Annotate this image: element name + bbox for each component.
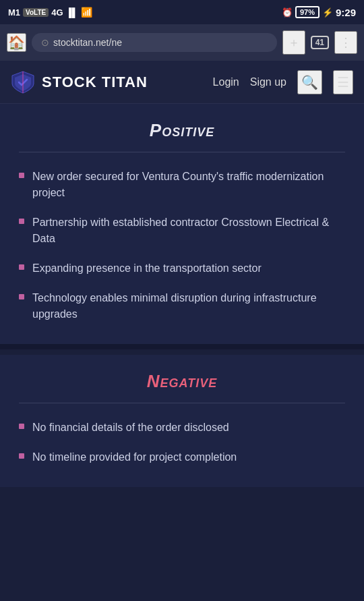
status-bar: M1 VoLTE 4G ▐▌ 📶 ⏰ 97% ⚡ 9:29: [0, 0, 364, 24]
url-text: stocktitan.net/ne: [53, 37, 122, 48]
logo-container: STOCK TITAN: [11, 70, 213, 94]
battery-percent: 97: [300, 8, 308, 16]
carrier-text: M1: [8, 7, 20, 18]
negative-item-1: No financial details of the order disclo…: [32, 420, 229, 436]
positive-item-4: Technology enables minimal disruption du…: [32, 290, 345, 322]
wifi-icon: 📶: [81, 7, 92, 18]
positive-divider: [19, 152, 345, 152]
section-gap: [0, 344, 364, 349]
bullet-marker: [19, 424, 24, 429]
status-left: M1 VoLTE 4G ▐▌ 📶: [8, 7, 92, 18]
hamburger-menu-button[interactable]: ☰: [333, 70, 353, 94]
browser-bar: 🏠 ⊙ stocktitan.net/ne ＋ 41 ⋮: [0, 24, 364, 61]
main-content: Positive New order secured for Ventura C…: [0, 104, 364, 487]
negative-divider: [19, 403, 345, 403]
logo-text: STOCK TITAN: [42, 74, 148, 91]
home-button[interactable]: 🏠: [7, 33, 26, 52]
url-bar[interactable]: ⊙ stocktitan.net/ne: [32, 33, 277, 52]
positive-bullet-list: New order secured for Ventura County's t…: [19, 169, 345, 322]
positive-section: Positive New order secured for Ventura C…: [0, 104, 364, 344]
logo-icon: [11, 70, 35, 94]
negative-title: Negative: [19, 371, 345, 392]
list-item: Partnership with established contractor …: [19, 214, 345, 247]
positive-item-2: Partnership with established contractor …: [32, 214, 345, 247]
bullet-marker: [19, 264, 24, 270]
signup-link[interactable]: Sign up: [250, 76, 286, 88]
nav-bar: STOCK TITAN Login Sign up 🔍 ☰: [0, 61, 364, 104]
time-display: 9:29: [336, 7, 356, 18]
bullet-marker: [19, 453, 24, 459]
negative-item-2: No timeline provided for project complet…: [32, 449, 237, 465]
network-badge: VoLTE: [23, 8, 49, 17]
tabs-count[interactable]: 41: [311, 36, 329, 49]
positive-item-1: New order secured for Ventura County's t…: [32, 169, 345, 201]
positive-title: Positive: [19, 120, 345, 141]
charging-icon: ⚡: [322, 7, 333, 18]
security-icon: ⊙: [41, 37, 49, 48]
login-link[interactable]: Login: [213, 76, 239, 88]
list-item: No financial details of the order disclo…: [19, 420, 345, 436]
list-item: Expanding presence in the transportation…: [19, 260, 345, 277]
nav-links: Login Sign up 🔍 ☰: [213, 70, 353, 94]
negative-bullet-list: No financial details of the order disclo…: [19, 420, 345, 465]
bullet-marker: [19, 173, 24, 178]
list-item: New order secured for Ventura County's t…: [19, 169, 345, 201]
alarm-icon: ⏰: [282, 7, 293, 18]
bullet-marker: [19, 219, 24, 224]
menu-button[interactable]: ⋮: [334, 31, 357, 54]
positive-item-3: Expanding presence in the transportation…: [32, 260, 262, 277]
network-type: 4G: [51, 7, 63, 18]
signal-icon: ▐▌: [66, 7, 78, 18]
bullet-marker: [19, 294, 24, 299]
negative-section: Negative No financial details of the ord…: [0, 355, 364, 487]
status-right: ⏰ 97% ⚡ 9:29: [282, 6, 356, 18]
list-item: No timeline provided for project complet…: [19, 449, 345, 465]
new-tab-button[interactable]: ＋: [282, 30, 305, 55]
list-item: Technology enables minimal disruption du…: [19, 290, 345, 322]
search-button[interactable]: 🔍: [297, 70, 322, 94]
battery-indicator: 97%: [295, 6, 320, 18]
